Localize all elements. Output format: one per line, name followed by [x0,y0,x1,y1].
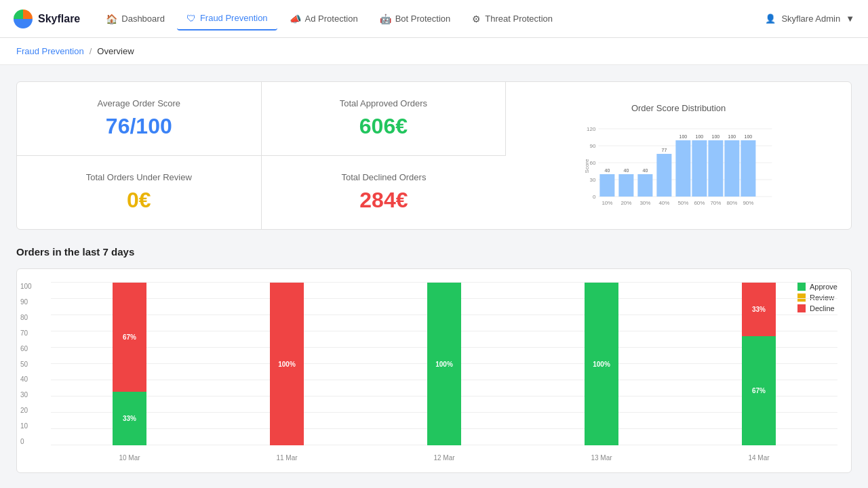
bar-decline: 33% [742,283,776,336]
svg-text:100: 100 [712,134,720,139]
svg-text:100: 100 [745,134,753,139]
home-icon: 🏠 [106,14,117,24]
dist-bar-70 [709,140,724,197]
svg-text:77: 77 [662,148,667,152]
kpi-review-value: 0€ [127,188,151,213]
kpi-approved-label: Total Approved Orders [340,98,427,108]
svg-text:40%: 40% [659,200,670,206]
dist-chart-svg: 0 30 60 90 120 40 4 [519,119,837,207]
dist-chart-card: Order Score Distribution 0 30 60 90 120 [506,82,851,229]
dist-chart-wrapper: 0 30 60 90 120 40 4 [519,119,837,209]
user-icon: 👤 [765,14,776,24]
svg-text:50%: 50% [678,200,689,206]
bar-group-inner: 33% 67% [742,283,776,445]
svg-text:70%: 70% [711,200,722,206]
x-label-12mar: 12 Mar [433,454,454,462]
bar-approve: 100% [427,283,461,445]
kpi-declined-value: 284€ [359,188,408,213]
header-left: Skyflare 🏠 Dashboard 🛡 Fraud Prevention … [14,7,562,30]
bar-group-14mar: 33% 67% 14 Mar [680,283,837,445]
kpi-under-review: Total Orders Under Review 0€ [17,155,262,229]
dist-chart-title: Order Score Distribution [631,103,726,113]
dist-bar-10 [600,174,615,197]
breadcrumb-separator: / [90,46,92,56]
svg-text:0: 0 [593,194,596,200]
breadcrumb: Fraud Prevention / Overview [0,38,868,65]
bar-approve: 100% [585,283,618,445]
logo-icon [14,9,33,28]
stacked-bar: 100% [585,283,618,445]
kpi-declined-label: Total Declined Orders [341,172,426,182]
x-label-14mar: 14 Mar [748,454,769,462]
nav-label-threat: Threat Protection [485,14,553,24]
kpi-grid: Average Order Score 76/100 Total Approve… [17,82,506,229]
bar-group-11mar: 100% 11 Mar [208,283,366,445]
svg-text:40: 40 [624,168,629,173]
svg-text:30%: 30% [640,200,651,206]
user-menu[interactable]: 👤 Skyflare Admin ▼ [765,14,854,24]
bar-group-inner: 100% [427,283,461,445]
bar-chart-title: Orders in the last 7 days [16,246,852,258]
bar-group-12mar: 100% 12 Mar [366,283,523,445]
kpi-avg-label: Average Order Score [98,98,181,108]
bar-chart-section: Orders in the last 7 days Approve Review… [16,246,852,473]
kpi-total-approved: Total Approved Orders 606€ [262,82,507,155]
bar-decline: 100% [270,283,304,445]
breadcrumb-current: Overview [97,46,134,56]
dist-bar-20 [619,174,634,197]
svg-text:90%: 90% [743,200,754,206]
dist-bar-90 [741,140,756,197]
main-content: Average Order Score 76/100 Total Approve… [0,65,868,488]
svg-text:20%: 20% [621,200,632,206]
svg-text:80%: 80% [727,200,738,206]
nav-item-fraud-prevention[interactable]: 🛡 Fraud Prevention [177,7,277,30]
dist-bar-60 [692,140,707,197]
dist-bar-40 [657,154,672,197]
stacked-bar: 100% [270,283,304,445]
grouped-chart: 67% 33% 10 Mar 100% 11 Mar [51,283,837,445]
svg-text:100: 100 [728,134,736,139]
dist-bar-80 [725,140,740,197]
x-label-11mar: 11 Mar [276,454,297,462]
breadcrumb-parent[interactable]: Fraud Prevention [16,46,84,56]
bar-approve: 67% [742,336,776,445]
bar-decline: 67% [113,283,146,392]
bot-icon: 🤖 [380,14,391,24]
bar-group-10mar: 67% 33% 10 Mar [51,283,208,445]
header: Skyflare 🏠 Dashboard 🛡 Fraud Prevention … [0,0,868,38]
svg-text:100: 100 [679,134,688,139]
svg-text:40: 40 [643,168,648,173]
kpi-review-label: Total Orders Under Review [86,172,192,182]
nav-label-dashboard: Dashboard [121,14,165,24]
dist-bar-50 [676,140,691,197]
svg-text:120: 120 [587,126,596,132]
svg-text:90: 90 [590,143,596,149]
bar-approve: 33% [113,392,146,445]
logo-text: Skyflare [38,13,80,25]
nav-item-bot-protection[interactable]: 🤖 Bot Protection [370,8,460,30]
x-label-10mar: 10 Mar [119,454,140,462]
nav-item-ad-protection[interactable]: 📣 Ad Protection [280,8,368,30]
kpi-row: Average Order Score 76/100 Total Approve… [16,81,852,230]
kpi-avg-value: 76/100 [106,114,172,139]
chevron-down-icon: ▼ [846,14,854,24]
bar-group-13mar: 100% 13 Mar [523,283,680,445]
bar-group-inner: 67% 33% [113,283,146,445]
stacked-bar: 33% 67% [742,283,776,445]
svg-text:60: 60 [590,160,596,166]
y-axis-labels: 0 10 20 30 40 50 60 70 80 90 100 [20,283,32,445]
ad-icon: 📣 [290,14,301,24]
nav-item-threat-protection[interactable]: ⚙ Threat Protection [462,8,562,30]
svg-text:60%: 60% [694,200,705,206]
main-nav: 🏠 Dashboard 🛡 Fraud Prevention 📣 Ad Prot… [96,7,562,30]
grouped-bar-chart: 0 10 20 30 40 50 60 70 80 90 100 [51,283,837,445]
svg-text:100: 100 [696,134,704,139]
svg-text:30: 30 [590,177,596,183]
nav-item-dashboard[interactable]: 🏠 Dashboard [96,8,174,30]
bar-group-inner: 100% [585,283,618,445]
stacked-bar: 67% 33% [113,283,146,445]
dist-bar-30 [638,174,653,197]
fraud-icon: 🛡 [186,13,196,24]
svg-text:Score: Score [585,159,591,173]
stacked-bar: 100% [427,283,461,445]
